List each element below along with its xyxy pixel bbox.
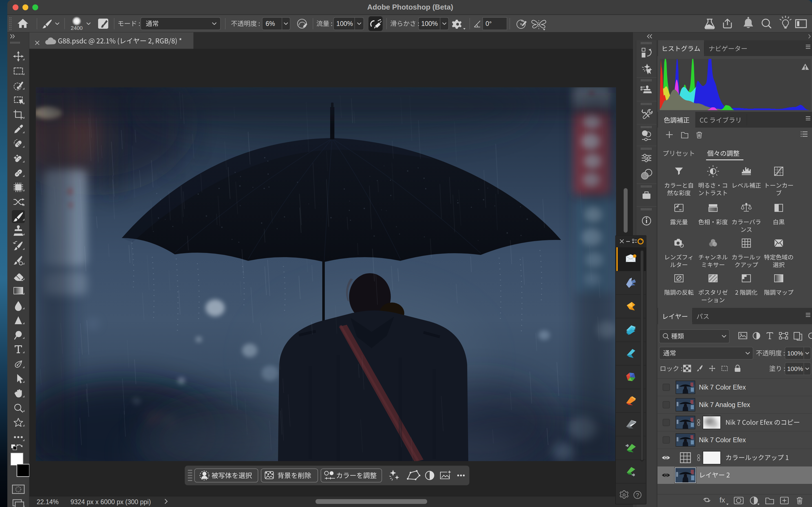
svg-text:Nik 7 Color Efex: Nik 7 Color Efex <box>699 436 746 444</box>
svg-text:Nik 7 Analog Efex: Nik 7 Analog Efex <box>699 401 750 408</box>
svg-text:Nik 7 Color Efex: Nik 7 Color Efex <box>699 384 746 391</box>
svg-text:100%: 100% <box>336 20 353 27</box>
svg-text:100%: 100% <box>421 20 438 27</box>
svg-text:100%: 100% <box>787 350 803 357</box>
svg-text:?: ? <box>636 492 639 498</box>
svg-text:2400: 2400 <box>71 25 83 31</box>
svg-text:fx: fx <box>719 496 725 504</box>
svg-text:9324 px x 6000 px (300 ppi): 9324 px x 6000 px (300 ppi) <box>70 498 151 506</box>
svg-text:100%: 100% <box>787 365 803 372</box>
svg-text:6%: 6% <box>266 20 275 27</box>
svg-text:0°: 0° <box>486 20 492 27</box>
svg-text:22.14%: 22.14% <box>37 498 59 506</box>
svg-text:Adobe Photoshop (Beta): Adobe Photoshop (Beta) <box>367 3 453 11</box>
